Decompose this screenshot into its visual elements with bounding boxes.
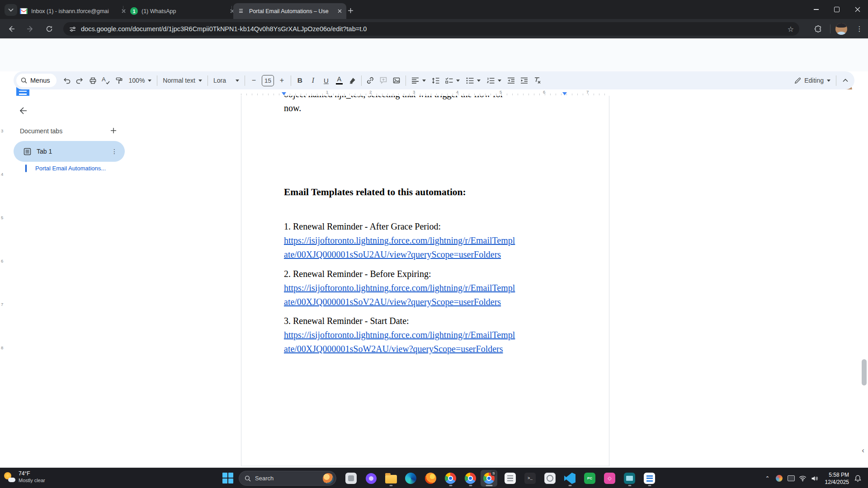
list-item[interactable]: 1. Renewal Reminder - After Grace Period… <box>284 220 569 262</box>
browser-tab-whatsapp[interactable]: 1 (1) WhatsApp <box>126 3 239 19</box>
doc-tab-item-selected[interactable]: Tab 1 ⋮ <box>14 141 125 162</box>
paragraph-style-select[interactable]: Normal text <box>160 74 205 87</box>
highlight-color-button[interactable] <box>346 74 359 87</box>
browser-tab-docs-active[interactable]: Portal Email Automations – Use <box>233 3 346 19</box>
browser-profile-avatar[interactable] <box>835 23 847 35</box>
insert-image-button[interactable] <box>390 74 403 87</box>
url-bar[interactable]: docs.google.com/document/d/1jpc3R6Cmpii0… <box>63 22 799 36</box>
volume-icon[interactable] <box>809 472 821 485</box>
taskbar-search-box[interactable]: Search <box>239 471 336 486</box>
decrease-font-size-button[interactable]: − <box>247 74 260 87</box>
window-close-button[interactable] <box>847 0 868 19</box>
forward-button[interactable] <box>24 22 37 36</box>
chrome-icon-active[interactable]: S <box>481 470 497 487</box>
window-maximize-button[interactable] <box>826 0 847 19</box>
taskbar-app-green[interactable]: PC <box>581 470 598 487</box>
insert-link-button[interactable] <box>364 74 377 87</box>
taskbar-app-purple[interactable] <box>363 470 379 487</box>
tab-close-button[interactable] <box>336 7 344 15</box>
clear-formatting-button[interactable] <box>531 74 544 87</box>
check-icon <box>106 81 110 84</box>
window-minimize-button[interactable] <box>806 0 826 19</box>
checklist-button[interactable] <box>442 74 463 87</box>
align-button[interactable] <box>408 74 429 87</box>
edge-icon[interactable] <box>402 470 419 487</box>
plus-icon <box>110 127 117 134</box>
bookmark-star-button[interactable]: ☆ <box>788 25 794 33</box>
right-indent-marker[interactable] <box>562 92 567 98</box>
horizontal-ruler[interactable]: 1 2 3 4 5 6 7 <box>136 89 868 96</box>
redo-button[interactable] <box>73 74 86 87</box>
italic-button[interactable]: I <box>307 74 320 87</box>
wifi-icon[interactable] <box>797 472 809 485</box>
notepad-doc-icon[interactable] <box>641 470 658 487</box>
add-tab-button[interactable] <box>108 125 119 136</box>
taskbar-app-light[interactable] <box>502 470 519 487</box>
bell-glyph <box>854 475 861 482</box>
list-item[interactable]: 3. Renewal Reminder - Start Date: https:… <box>284 314 569 356</box>
left-indent-marker[interactable] <box>282 92 286 98</box>
collapse-toolbar-button[interactable] <box>839 74 852 87</box>
terminal-icon[interactable]: >_ <box>522 470 538 487</box>
email-template-link[interactable]: https://isijoftoronto.lightning.force.co… <box>284 281 569 295</box>
zoom-select[interactable]: 100% <box>126 74 155 87</box>
increase-font-size-button[interactable]: + <box>275 74 288 87</box>
text-color-button[interactable]: A <box>333 74 346 87</box>
browser-menu-button[interactable]: ⋮ <box>854 23 865 35</box>
chrome-icon-profile2[interactable] <box>462 470 479 487</box>
browser-tab-gmail[interactable]: Inbox (1) - ishann.tforce@gmai <box>15 3 130 19</box>
increase-indent-button[interactable] <box>518 74 531 87</box>
taskbar-app-gray[interactable] <box>343 470 359 487</box>
section-heading[interactable]: Email Templates related to this automati… <box>284 185 569 199</box>
document-page[interactable]: object named hjh_test, selecting that wi… <box>241 96 609 466</box>
font-select[interactable]: Lora <box>210 74 242 87</box>
undo-button[interactable] <box>60 74 73 87</box>
bulleted-list-button[interactable] <box>463 74 484 87</box>
extensions-button[interactable] <box>812 23 825 36</box>
outline-heading-item[interactable]: Portal Email Automations... <box>25 164 106 172</box>
taskbar-weather-widget[interactable]: 74°F Mostly clear <box>4 470 45 483</box>
bold-button[interactable]: B <box>293 74 307 87</box>
vertical-scrollbar-thumb[interactable] <box>862 359 867 385</box>
doc-tab-label: Tab 1 <box>37 148 111 155</box>
remote-desktop-icon[interactable] <box>621 470 638 487</box>
email-template-link[interactable]: ate/00XJQ000001sSoW2AU/view?queryScope=u… <box>284 342 569 356</box>
toolbar-search-menus[interactable]: Menus <box>16 74 57 87</box>
email-template-link[interactable]: https://isijoftoronto.lightning.force.co… <box>284 234 569 248</box>
reload-button[interactable] <box>42 22 56 36</box>
notification-bell-icon[interactable] <box>852 472 863 485</box>
underline-button[interactable]: U <box>320 74 333 87</box>
email-template-link[interactable]: ate/00XJQ000001sSoU2AU/view?queryScope=u… <box>284 248 569 262</box>
paint-format-button[interactable] <box>113 74 126 87</box>
site-settings-icon <box>69 25 76 33</box>
firefox-icon[interactable] <box>422 470 439 487</box>
vertical-ruler[interactable]: 3 4 5 6 7 8 <box>0 96 6 468</box>
chrome-icon-profile1[interactable] <box>442 470 459 487</box>
vscode-icon[interactable] <box>561 470 578 487</box>
close-tabs-panel-button[interactable] <box>16 104 30 117</box>
file-explorer-icon[interactable] <box>382 470 399 487</box>
email-template-link[interactable]: https://isijoftoronto.lightning.force.co… <box>284 328 569 342</box>
tray-color-app-icon[interactable] <box>774 472 785 485</box>
start-button[interactable] <box>222 473 233 483</box>
editing-mode-select[interactable]: Editing <box>791 74 834 87</box>
font-size-input[interactable]: 15 <box>262 75 274 86</box>
taskbar-clock[interactable]: 5:58 PM 12/4/2025 <box>825 471 849 486</box>
tray-window-icon[interactable] <box>785 472 797 485</box>
email-template-link[interactable]: ate/00XJQ000001sSoV2AU/view?queryScope=u… <box>284 295 569 309</box>
print-button[interactable] <box>86 74 99 87</box>
tab-options-kebab[interactable]: ⋮ <box>111 148 118 155</box>
spellcheck-button[interactable]: A <box>99 74 113 87</box>
paragraph-clipped[interactable]: object named hjh_test, selecting that wi… <box>284 96 569 115</box>
side-panel-collapse-chevron[interactable]: ‹ <box>862 446 864 455</box>
add-comment-button[interactable] <box>377 74 390 87</box>
decrease-indent-button[interactable] <box>505 74 518 87</box>
numbered-list-button[interactable] <box>484 74 505 87</box>
taskbar-app-pink[interactable]: ◇ <box>601 470 618 487</box>
list-item[interactable]: 2. Renewal Reminder - Before Expiring: h… <box>284 267 569 309</box>
line-spacing-button[interactable] <box>429 74 442 87</box>
new-tab-button[interactable] <box>344 5 356 16</box>
hidden-icons-chevron[interactable]: ⌃ <box>762 472 774 485</box>
taskbar-app-outline[interactable] <box>542 470 558 487</box>
back-button[interactable] <box>5 22 18 36</box>
